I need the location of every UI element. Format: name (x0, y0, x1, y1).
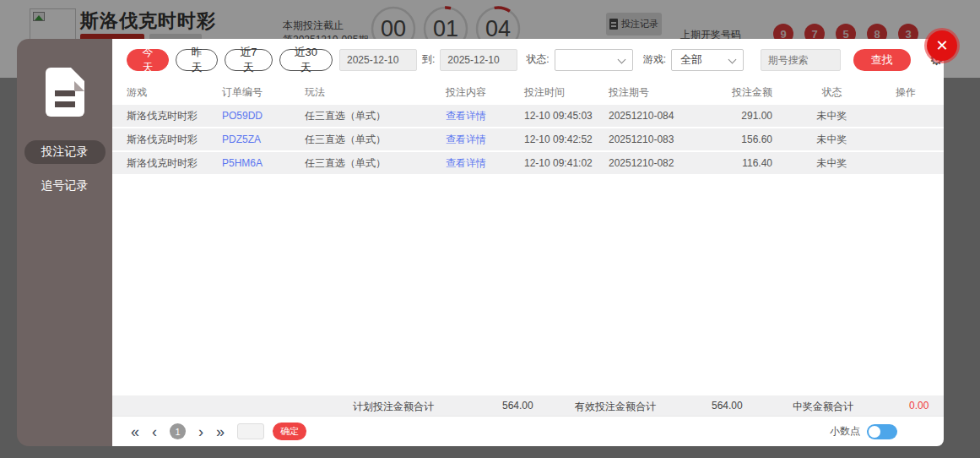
last-page-icon[interactable]: » (216, 424, 225, 439)
view-detail-link[interactable]: 查看详情 (446, 156, 524, 171)
quick-filter-today[interactable]: 今天 (127, 49, 169, 71)
cell-amount: 291.00 (703, 110, 796, 122)
view-detail-link[interactable]: 查看详情 (446, 133, 524, 147)
game-label: 游戏: (643, 52, 666, 67)
search-button[interactable]: 查找 (853, 49, 911, 71)
summary-bar: 计划投注金额合计 564.00 有效投注金额合计 564.00 中奖金额合计 0… (112, 395, 944, 416)
date-from-input[interactable] (339, 49, 417, 71)
cell-time: 12-10 09:42:52 (524, 134, 609, 145)
cell-period: 20251210-083 (609, 134, 703, 145)
next-page-icon[interactable]: › (198, 424, 203, 439)
table-row: 斯洛伐克时时彩 PO59DD 任三直选（单式） 查看详情 12-10 09:45… (112, 105, 944, 127)
table-row: 斯洛伐克时时彩 PDZ5ZA 任三直选（单式） 查看详情 12-10 09:42… (112, 128, 944, 150)
pagination-bar: « ‹ 1 › » 确定 小数点 (112, 416, 944, 446)
col-amount: 投注金额 (703, 85, 796, 100)
modal-sidebar: 投注记录 追号记录 (17, 39, 112, 446)
records-document-icon (46, 68, 84, 117)
cell-play: 任三直选（单式） (305, 133, 446, 147)
table-empty-space (112, 174, 944, 395)
cell-status: 未中奖 (796, 109, 868, 123)
col-order-id: 订单编号 (222, 85, 305, 100)
cell-game: 斯洛伐克时时彩 (127, 156, 222, 171)
col-status: 状态 (796, 85, 868, 100)
first-page-icon[interactable]: « (131, 424, 139, 439)
valid-total-value: 564.00 (712, 400, 743, 412)
sidebar-item-label: 追号记录 (41, 178, 89, 194)
bet-records-modal: 投注记录 追号记录 ✕ 今天 昨天 近7天 近30天 到: 状态: 游戏: 全部 (17, 39, 944, 446)
sidebar-item-bet-records[interactable]: 投注记录 (24, 140, 106, 164)
col-play: 玩法 (305, 85, 446, 100)
modal-content: ✕ 今天 昨天 近7天 近30天 到: 状态: 游戏: 全部 查找 ⚙ 游戏 (112, 39, 944, 446)
col-content: 投注内容 (446, 85, 524, 100)
win-total-value: 0.00 (909, 400, 929, 412)
sidebar-item-label: 投注记录 (41, 144, 89, 160)
cell-order-id-link[interactable]: PDZ5ZA (222, 134, 305, 145)
cell-play: 任三直选（单式） (305, 156, 446, 171)
quick-filter-yesterday[interactable]: 昨天 (176, 49, 218, 71)
cell-status: 未中奖 (796, 133, 868, 147)
page-jump-input[interactable] (237, 423, 264, 439)
cell-time: 12-10 09:41:02 (524, 157, 609, 169)
cell-order-id-link[interactable]: PO59DD (222, 110, 305, 122)
col-period: 投注期号 (609, 85, 703, 100)
view-detail-link[interactable]: 查看详情 (446, 109, 524, 123)
page-jump-confirm-button[interactable]: 确定 (273, 423, 306, 440)
period-search-input[interactable] (761, 49, 841, 71)
plan-total-value: 564.00 (502, 400, 533, 412)
cell-play: 任三直选（单式） (305, 109, 446, 123)
decimal-toggle-group: 小数点 (830, 424, 897, 439)
cell-amount: 156.60 (703, 134, 796, 145)
cell-game: 斯洛伐克时时彩 (127, 133, 222, 147)
status-label: 状态: (526, 52, 549, 67)
cell-game: 斯洛伐克时时彩 (127, 109, 222, 123)
quick-filter-7days[interactable]: 近7天 (225, 49, 273, 71)
date-to-label: 到: (422, 52, 435, 67)
cell-status: 未中奖 (796, 156, 868, 171)
decimal-toggle[interactable] (867, 424, 897, 439)
current-page-badge[interactable]: 1 (170, 423, 186, 439)
col-operation: 操作 (868, 85, 944, 100)
col-time: 投注时间 (524, 85, 609, 100)
table-header-row: 游戏 订单编号 玩法 投注内容 投注时间 投注期号 投注金额 状态 操作 (112, 81, 944, 103)
cell-order-id-link[interactable]: P5HM6A (222, 157, 305, 169)
decimal-label: 小数点 (830, 424, 860, 439)
table-row: 斯洛伐克时时彩 P5HM6A 任三直选（单式） 查看详情 12-10 09:41… (112, 152, 944, 174)
cell-period: 20251210-082 (609, 157, 703, 169)
chevron-down-icon (728, 55, 736, 63)
game-select-value: 全部 (680, 52, 702, 68)
col-game: 游戏 (127, 85, 222, 100)
game-select[interactable]: 全部 (671, 49, 744, 71)
plan-total-label: 计划投注金额合计 (353, 400, 434, 414)
win-total-label: 中奖金额合计 (793, 400, 853, 414)
close-icon[interactable]: ✕ (927, 30, 957, 61)
cell-period: 20251210-084 (609, 110, 703, 122)
quick-filter-30days[interactable]: 近30天 (279, 49, 333, 71)
cell-amount: 116.40 (703, 157, 796, 169)
sidebar-item-chase-records[interactable]: 追号记录 (24, 174, 106, 198)
filter-bar: 今天 昨天 近7天 近30天 到: 状态: 游戏: 全部 查找 ⚙ (112, 39, 944, 71)
prev-page-icon[interactable]: ‹ (152, 424, 157, 439)
chevron-down-icon (617, 55, 625, 63)
date-to-input[interactable] (440, 49, 517, 71)
valid-total-label: 有效投注金额合计 (575, 400, 656, 414)
status-select[interactable] (555, 49, 633, 71)
cell-time: 12-10 09:45:03 (524, 110, 609, 122)
